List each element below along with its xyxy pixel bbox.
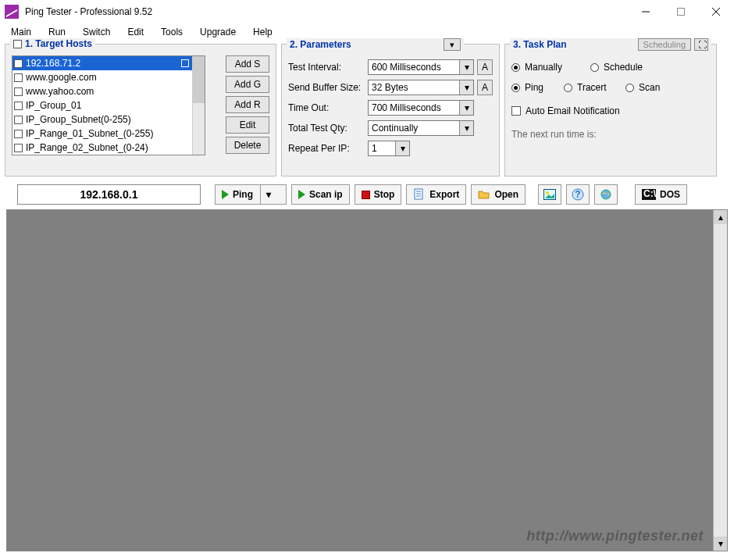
parameters-title: 2. Parameters xyxy=(290,39,351,50)
app-icon xyxy=(5,5,19,19)
toolbar: Ping ▾ Scan ip Stop Export Open ? C:\ DO… xyxy=(0,181,734,208)
ping-button[interactable]: Ping ▾ xyxy=(215,184,287,205)
host-list[interactable]: 192.168.71.2 www.google.com www.yahoo.co… xyxy=(12,55,205,155)
schedule-radio[interactable] xyxy=(590,63,599,72)
watermark: http://www.pingtester.net xyxy=(526,528,704,544)
terminal-icon: C:\ xyxy=(642,189,656,200)
ping-label: Ping xyxy=(525,82,559,93)
task-plan-title: 3. Task Plan xyxy=(513,39,566,50)
task-plan-expand-button[interactable]: ⛶ xyxy=(694,38,708,51)
chevron-down-icon: ▾ xyxy=(459,121,473,135)
host-item[interactable]: 192.168.71.2 xyxy=(12,56,192,70)
folder-open-icon xyxy=(478,188,490,201)
auto-email-checkbox[interactable] xyxy=(511,106,521,116)
scan-radio[interactable] xyxy=(625,84,634,92)
parameters-group: 2. Parameters ▾ Test Interval: 600 Milli… xyxy=(281,44,500,177)
stop-button[interactable]: Stop xyxy=(355,184,402,205)
tracert-label: Tracert xyxy=(577,82,621,93)
tracert-radio[interactable] xyxy=(564,84,572,92)
export-button[interactable]: Export xyxy=(406,184,466,205)
host-item[interactable]: IP_Group_Subnet(0-255) xyxy=(12,112,192,127)
schedule-label: Schedule xyxy=(604,62,643,73)
ping-dropdown[interactable]: ▾ xyxy=(260,184,276,205)
task-plan-group: 3. Task Plan Scheduling ⛶ Manually Sched… xyxy=(504,44,717,177)
maximize-button[interactable] xyxy=(664,0,699,23)
menu-help[interactable]: Help xyxy=(245,25,280,39)
host-item[interactable]: IP_Range_02_Subnet_(0-24) xyxy=(12,141,192,155)
target-hosts-group: 1. Target Hosts 192.168.71.2 www.google.… xyxy=(5,44,276,177)
svg-text:?: ? xyxy=(575,189,580,200)
host-item[interactable]: IP_Range_01_Subnet_(0-255) xyxy=(12,127,192,141)
send-buffer-label: Send Buffer Size: xyxy=(288,82,368,93)
menu-tools[interactable]: Tools xyxy=(153,25,191,39)
dos-button[interactable]: C:\ DOS xyxy=(635,184,687,205)
svg-rect-1 xyxy=(678,8,685,15)
add-r-button[interactable]: Add R xyxy=(226,96,269,113)
manually-radio[interactable] xyxy=(511,63,520,72)
scan-label: Scan xyxy=(639,82,660,93)
stop-icon xyxy=(362,191,370,199)
menu-edit[interactable]: Edit xyxy=(119,25,151,39)
host-list-scrollbar[interactable] xyxy=(192,56,205,155)
picture-icon xyxy=(543,189,556,200)
menu-run[interactable]: Run xyxy=(41,25,73,39)
scroll-down-icon: ▾ xyxy=(714,537,727,551)
results-scrollbar[interactable]: ▴ ▾ xyxy=(713,210,727,551)
manually-label: Manually xyxy=(525,62,586,73)
scheduling-button[interactable]: Scheduling xyxy=(638,38,691,51)
help-icon: ? xyxy=(572,188,584,201)
document-icon xyxy=(413,188,426,201)
help-icon-button[interactable]: ? xyxy=(566,184,590,205)
menu-switch[interactable]: Switch xyxy=(75,25,118,39)
chevron-down-icon: ▾ xyxy=(459,60,473,74)
host-edit-icon[interactable] xyxy=(181,59,189,67)
menu-main[interactable]: Main xyxy=(3,25,39,39)
delete-button[interactable]: Delete xyxy=(226,137,269,154)
time-out-label: Time Out: xyxy=(288,102,368,113)
chevron-down-icon: ▾ xyxy=(459,101,473,115)
target-hosts-checkall[interactable] xyxy=(13,40,22,48)
scan-ip-button[interactable]: Scan ip xyxy=(291,184,350,205)
chevron-down-icon: ▾ xyxy=(395,141,409,155)
scroll-up-icon: ▴ xyxy=(714,210,727,224)
test-interval-label: Test Interval: xyxy=(288,62,368,73)
add-s-button[interactable]: Add S xyxy=(226,55,269,73)
close-button[interactable] xyxy=(699,0,734,23)
add-g-button[interactable]: Add G xyxy=(226,76,269,93)
svg-text:C:\: C:\ xyxy=(643,189,656,199)
repeat-per-ip-label: Repeat Per IP: xyxy=(288,143,368,154)
svg-point-9 xyxy=(546,191,549,194)
host-item[interactable]: IP_Group_01 xyxy=(12,98,192,112)
title-bar: Ping Tester - Professional 9.52 xyxy=(0,0,734,23)
play-icon xyxy=(222,190,229,199)
repeat-per-ip-combo[interactable]: 1▾ xyxy=(368,141,410,156)
minimize-button[interactable] xyxy=(629,0,664,23)
test-interval-a-button[interactable]: A xyxy=(477,59,493,75)
time-out-combo[interactable]: 700 Milliseconds▾ xyxy=(368,100,474,116)
window-title: Ping Tester - Professional 9.52 xyxy=(25,6,629,17)
host-item[interactable]: www.google.com xyxy=(12,70,192,84)
send-buffer-combo[interactable]: 32 Bytes▾ xyxy=(368,80,474,95)
test-interval-combo[interactable]: 600 Milliseconds▾ xyxy=(368,59,474,75)
play-icon xyxy=(298,190,305,199)
menu-upgrade[interactable]: Upgrade xyxy=(192,25,244,39)
picture-icon-button[interactable] xyxy=(538,184,561,205)
globe-icon xyxy=(600,188,612,201)
chevron-down-icon: ▾ xyxy=(459,80,473,95)
total-test-combo[interactable]: Continually▾ xyxy=(368,120,474,136)
ip-input[interactable] xyxy=(17,184,201,205)
parameters-dropdown[interactable]: ▾ xyxy=(444,38,461,51)
auto-email-label: Auto Email Notification xyxy=(526,105,620,116)
host-item[interactable]: www.yahoo.com xyxy=(12,84,192,98)
open-button[interactable]: Open xyxy=(471,184,526,205)
send-buffer-a-button[interactable]: A xyxy=(477,80,493,95)
next-run-label: The next run time is: xyxy=(511,129,710,140)
total-test-label: Total Test Qty: xyxy=(288,123,368,134)
edit-button[interactable]: Edit xyxy=(226,116,269,134)
target-hosts-title: 1. Target Hosts xyxy=(25,38,92,49)
globe-icon-button[interactable] xyxy=(594,184,618,205)
ping-radio[interactable] xyxy=(511,84,520,92)
results-area: http://www.pingtester.net ▴ ▾ xyxy=(6,209,728,551)
